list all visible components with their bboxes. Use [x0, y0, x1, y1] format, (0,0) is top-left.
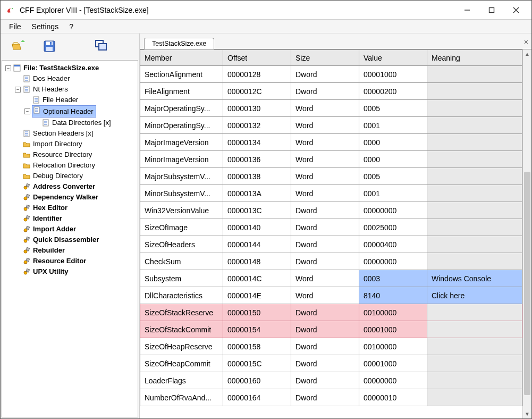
close-button[interactable]: [504, 2, 528, 19]
tree-item[interactable]: Section Headers [x]: [3, 128, 137, 139]
minimize-button[interactable]: [455, 2, 479, 19]
cell-member[interactable]: SizeOfHeapReserve: [140, 338, 223, 355]
cell-member[interactable]: CheckSum: [140, 253, 223, 270]
cell-size[interactable]: Dword: [291, 202, 359, 219]
tree-item[interactable]: Debug Directory: [3, 171, 137, 181]
col-header-size[interactable]: Size: [291, 50, 359, 66]
menu-settings[interactable]: Settings: [27, 21, 64, 32]
cell-offset[interactable]: 00000148: [223, 253, 291, 270]
table-row[interactable]: CheckSum00000148Dword00000000: [140, 253, 522, 270]
table-row[interactable]: MajorImageVersion00000134Word0000: [140, 134, 522, 151]
cell-offset[interactable]: 00000154: [223, 321, 291, 338]
tree-item[interactable]: Import Directory: [3, 139, 137, 149]
cell-value[interactable]: 00001000: [359, 321, 427, 338]
cell-member[interactable]: MinorImageVersion: [140, 151, 223, 168]
tab-file[interactable]: TestStackSize.exe: [144, 38, 214, 49]
expander-icon[interactable]: −: [5, 65, 11, 71]
cell-value[interactable]: 0003: [359, 270, 427, 287]
cell-value[interactable]: 0001: [359, 117, 427, 134]
expander-icon[interactable]: −: [24, 108, 30, 114]
menu-file[interactable]: File: [4, 21, 27, 32]
table-row[interactable]: MinorSubsystemV...0000013AWord0001: [140, 185, 522, 202]
cell-member[interactable]: SizeOfHeapCommit: [140, 355, 223, 372]
table-row[interactable]: SectionAlignment00000128Dword00001000: [140, 66, 522, 83]
scroll-down-icon[interactable]: ▼: [523, 409, 531, 418]
cell-offset[interactable]: 0000014E: [223, 287, 291, 304]
cell-value[interactable]: 8140: [359, 287, 427, 304]
table-row[interactable]: SizeOfHeapCommit0000015CDword00001000: [140, 355, 522, 372]
tree-item[interactable]: File Header: [3, 95, 137, 105]
cell-value[interactable]: 0005: [359, 100, 427, 117]
cell-size[interactable]: Word: [291, 168, 359, 185]
cell-value[interactable]: 00000400: [359, 236, 427, 253]
cell-member[interactable]: MajorOperatingSy...: [140, 100, 223, 117]
open-icon[interactable]: [11, 39, 26, 54]
cell-value[interactable]: 00000000: [359, 253, 427, 270]
cell-value[interactable]: 00025000: [359, 219, 427, 236]
cell-member[interactable]: SizeOfStackReserve: [140, 304, 223, 321]
cell-size[interactable]: Word: [291, 151, 359, 168]
tree-item[interactable]: Quick Disassembler: [3, 234, 137, 245]
cell-offset[interactable]: 00000138: [223, 168, 291, 185]
cell-size[interactable]: Dword: [291, 219, 359, 236]
tree-item[interactable]: Import Adder: [3, 224, 137, 234]
tree-item[interactable]: Relocation Directory: [3, 160, 137, 171]
cell-offset[interactable]: 00000134: [223, 134, 291, 151]
cell-member[interactable]: FileAlignment: [140, 83, 223, 100]
tree-item[interactable]: Resource Editor: [3, 256, 137, 266]
cell-value[interactable]: 00001000: [359, 66, 427, 83]
tree-item[interactable]: Data Directories [x]: [3, 118, 137, 128]
cell-offset[interactable]: 00000130: [223, 100, 291, 117]
cell-offset[interactable]: 00000144: [223, 236, 291, 253]
cell-member[interactable]: MinorOperatingSy...: [140, 117, 223, 134]
table-row[interactable]: MinorOperatingSy...00000132Word0001: [140, 117, 522, 134]
cell-member[interactable]: LoaderFlags: [140, 372, 223, 389]
scroll-thumb[interactable]: [524, 172, 530, 395]
table-row[interactable]: MajorOperatingSy...00000130Word0005: [140, 100, 522, 117]
cell-member[interactable]: SizeOfStackCommit: [140, 321, 223, 338]
tree-item[interactable]: Rebuilder: [3, 245, 137, 256]
cell-size[interactable]: Dword: [291, 236, 359, 253]
table-row[interactable]: NumberOfRvaAnd...00000164Dword00000010: [140, 389, 522, 406]
cell-size[interactable]: Dword: [291, 253, 359, 270]
cell-size[interactable]: Dword: [291, 321, 359, 338]
cell-member[interactable]: NumberOfRvaAnd...: [140, 389, 223, 406]
table-row[interactable]: Subsystem0000014CWord0003Windows Console: [140, 270, 522, 287]
tree-item[interactable]: Hex Editor: [3, 203, 137, 213]
cell-size[interactable]: Dword: [291, 389, 359, 406]
tree-item[interactable]: −Optional Header: [3, 105, 137, 118]
tree-item[interactable]: Identifier: [3, 213, 137, 224]
tree-item[interactable]: Address Converter: [3, 181, 137, 192]
cell-member[interactable]: Win32VersionValue: [140, 202, 223, 219]
cell-value[interactable]: 0005: [359, 168, 427, 185]
table-row[interactable]: Win32VersionValue0000013CDword00000000: [140, 202, 522, 219]
table-row[interactable]: MajorSubsystemV...00000138Word0005: [140, 168, 522, 185]
table-row[interactable]: FileAlignment0000012CDword00000200: [140, 83, 522, 100]
cell-offset[interactable]: 00000140: [223, 219, 291, 236]
cell-value[interactable]: 0000: [359, 151, 427, 168]
cell-value[interactable]: 0001: [359, 185, 427, 202]
cell-offset[interactable]: 0000012C: [223, 83, 291, 100]
cell-size[interactable]: Word: [291, 287, 359, 304]
cell-offset[interactable]: 00000128: [223, 66, 291, 83]
cell-size[interactable]: Dword: [291, 338, 359, 355]
menu-help[interactable]: ?: [64, 21, 79, 32]
expander-icon[interactable]: −: [15, 87, 21, 93]
cell-meaning[interactable]: Windows Console: [427, 270, 522, 287]
cell-offset[interactable]: 0000015C: [223, 355, 291, 372]
col-header-offset[interactable]: Offset: [223, 50, 291, 66]
tab-close-button[interactable]: ×: [524, 38, 528, 46]
cell-size[interactable]: Word: [291, 185, 359, 202]
col-header-member[interactable]: Member: [140, 50, 223, 66]
cell-offset[interactable]: 0000014C: [223, 270, 291, 287]
table-row[interactable]: SizeOfImage00000140Dword00025000: [140, 219, 522, 236]
cell-size[interactable]: Word: [291, 100, 359, 117]
cell-size[interactable]: Dword: [291, 355, 359, 372]
cell-size[interactable]: Dword: [291, 66, 359, 83]
cell-member[interactable]: DllCharacteristics: [140, 287, 223, 304]
cell-offset[interactable]: 00000160: [223, 372, 291, 389]
cell-offset[interactable]: 0000013A: [223, 185, 291, 202]
col-header-meaning[interactable]: Meaning: [427, 50, 522, 66]
table-row[interactable]: SizeOfStackReserve00000150Dword00100000: [140, 304, 522, 321]
cascade-icon[interactable]: [94, 39, 109, 54]
